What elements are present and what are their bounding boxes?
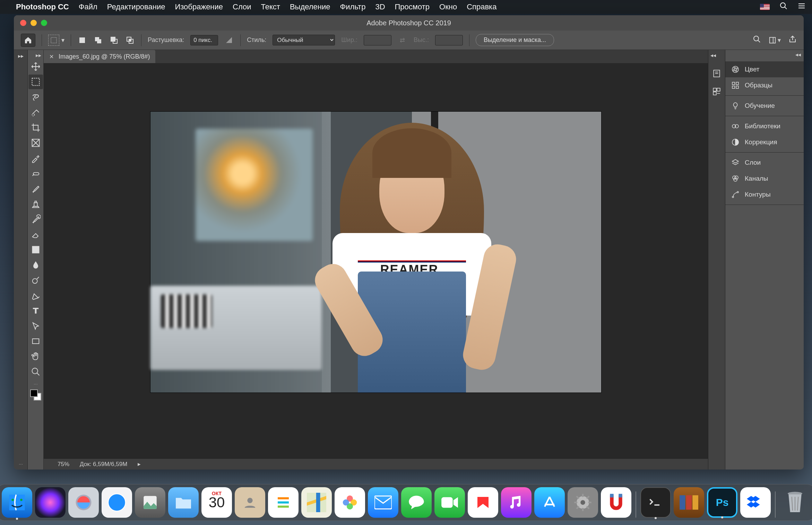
brush-tool[interactable] bbox=[28, 181, 43, 196]
dock-settings[interactable] bbox=[568, 487, 598, 518]
select-and-mask-button[interactable]: Выделение и маска... bbox=[476, 34, 554, 46]
dock-mail[interactable] bbox=[368, 487, 398, 518]
path-select-tool[interactable] bbox=[28, 319, 43, 333]
collapse-panels-arrow-icon[interactable]: ◂◂ bbox=[793, 50, 804, 59]
move-tool[interactable] bbox=[28, 59, 43, 74]
menu-help[interactable]: Справка bbox=[467, 2, 496, 11]
history-brush-tool[interactable] bbox=[28, 212, 43, 226]
panel-libraries[interactable]: Библиотеки bbox=[725, 118, 804, 134]
zoom-level[interactable]: 75% bbox=[58, 461, 69, 468]
lasso-tool[interactable] bbox=[28, 90, 43, 104]
intersect-selection-icon[interactable] bbox=[125, 35, 135, 45]
panel-swatches[interactable]: Образцы bbox=[725, 77, 804, 93]
dock-appstore[interactable] bbox=[534, 487, 565, 518]
menu-view[interactable]: Просмотр bbox=[395, 2, 430, 11]
dock-books[interactable] bbox=[674, 487, 704, 518]
dock-terminal[interactable] bbox=[640, 487, 671, 518]
dock-facetime[interactable] bbox=[434, 487, 465, 518]
quick-select-tool[interactable] bbox=[28, 105, 43, 120]
dock-reminders[interactable] bbox=[268, 487, 299, 518]
control-center-icon[interactable] bbox=[797, 2, 806, 12]
menu-file[interactable]: Файл bbox=[79, 2, 97, 11]
dock-safari[interactable] bbox=[102, 487, 132, 518]
feather-input[interactable] bbox=[190, 35, 218, 45]
dock-contacts[interactable] bbox=[235, 487, 265, 518]
dock-photoshop[interactable]: Ps bbox=[707, 487, 737, 518]
home-button[interactable] bbox=[21, 34, 35, 47]
menu-layers[interactable]: Слои bbox=[233, 2, 251, 11]
style-select[interactable]: Обычный bbox=[273, 35, 335, 45]
workspace-switcher[interactable]: ▾ bbox=[769, 36, 781, 44]
doc-info[interactable]: Док: 6,59M/6,59M bbox=[80, 461, 127, 468]
type-tool[interactable] bbox=[28, 303, 43, 318]
dock-messages[interactable] bbox=[401, 487, 432, 518]
menu-select[interactable]: Выделение bbox=[290, 2, 330, 11]
history-panel-icon[interactable] bbox=[711, 68, 723, 79]
color-swatches[interactable] bbox=[30, 389, 41, 401]
menu-window[interactable]: Окно bbox=[439, 2, 457, 11]
panel-learn[interactable]: Обучение bbox=[725, 98, 804, 114]
menu-type[interactable]: Текст bbox=[261, 2, 280, 11]
dock-trash[interactable] bbox=[780, 487, 810, 518]
app-menu[interactable]: Photoshop CC bbox=[16, 2, 69, 11]
frame-tool[interactable] bbox=[28, 136, 43, 150]
dock-photos[interactable] bbox=[335, 487, 365, 518]
dock-preview[interactable] bbox=[135, 487, 165, 518]
panel-color[interactable]: Цвет bbox=[725, 61, 804, 77]
blur-tool[interactable] bbox=[28, 258, 43, 272]
document-tab[interactable]: ✕ Images_60.jpg @ 75% (RGB/8#) bbox=[44, 50, 155, 63]
dodge-tool[interactable] bbox=[28, 273, 43, 287]
edit-toolbar-icon[interactable]: ⋯ bbox=[34, 382, 38, 387]
menu-edit[interactable]: Редактирование bbox=[107, 2, 165, 11]
expand-arrow-icon[interactable]: ▸▸ bbox=[18, 53, 24, 59]
panel-channels[interactable]: Каналы bbox=[725, 171, 804, 187]
add-selection-icon[interactable] bbox=[93, 35, 103, 45]
tools-more-icon[interactable]: ⋯ bbox=[19, 462, 23, 467]
input-language-flag-icon[interactable] bbox=[760, 4, 770, 10]
eraser-tool[interactable] bbox=[28, 227, 43, 242]
dock-music[interactable] bbox=[501, 487, 532, 518]
dock-maps[interactable] bbox=[301, 487, 332, 518]
healing-brush-tool[interactable] bbox=[28, 166, 43, 181]
panel-adjustments[interactable]: Коррекция bbox=[725, 134, 804, 150]
clone-stamp-tool[interactable] bbox=[28, 197, 43, 211]
dock-calendar[interactable]: ОКТ30 bbox=[201, 487, 232, 518]
dock-magnet[interactable] bbox=[601, 487, 631, 518]
menu-3d[interactable]: 3D bbox=[375, 2, 385, 11]
tool-preset-picker[interactable]: ▾ bbox=[48, 35, 64, 46]
status-menu-icon[interactable]: ▸ bbox=[138, 461, 141, 468]
new-selection-icon[interactable] bbox=[77, 35, 87, 45]
zoom-tool[interactable] bbox=[28, 364, 43, 379]
canvas[interactable] bbox=[150, 112, 601, 393]
share-icon[interactable] bbox=[788, 35, 797, 45]
canvas-viewport[interactable] bbox=[44, 63, 708, 458]
window-zoom-button[interactable] bbox=[41, 20, 47, 26]
spotlight-icon[interactable] bbox=[779, 2, 788, 12]
panel-layers[interactable]: Слои bbox=[725, 155, 804, 171]
expand-panel-arrow-icon[interactable]: ◂◂ bbox=[708, 52, 716, 59]
crop-tool[interactable] bbox=[28, 120, 43, 135]
search-icon[interactable] bbox=[753, 35, 761, 45]
dock-folder[interactable] bbox=[168, 487, 199, 518]
menu-image[interactable]: Изображение bbox=[175, 2, 223, 11]
hand-tool[interactable] bbox=[28, 349, 43, 364]
eyedropper-tool[interactable] bbox=[28, 151, 43, 165]
window-minimize-button[interactable] bbox=[31, 20, 37, 26]
collapse-arrow-icon[interactable]: ▸▸ bbox=[36, 52, 43, 59]
dock-news[interactable] bbox=[468, 487, 498, 518]
window-close-button[interactable] bbox=[20, 20, 26, 26]
panel-paths[interactable]: Контуры bbox=[725, 187, 804, 203]
subtract-selection-icon[interactable] bbox=[109, 35, 119, 45]
pen-tool[interactable] bbox=[28, 288, 43, 303]
dock-finder[interactable] bbox=[2, 487, 32, 518]
dock-launchpad[interactable] bbox=[68, 487, 99, 518]
dock-dropbox[interactable] bbox=[740, 487, 771, 518]
properties-panel-icon[interactable] bbox=[711, 86, 723, 97]
dock-siri[interactable] bbox=[35, 487, 66, 518]
gradient-tool[interactable] bbox=[28, 242, 43, 257]
window-titlebar[interactable]: Adobe Photoshop CC 2019 bbox=[14, 15, 804, 31]
menu-filter[interactable]: Фильтр bbox=[340, 2, 366, 11]
marquee-tool[interactable] bbox=[28, 75, 43, 89]
close-tab-icon[interactable]: ✕ bbox=[49, 53, 54, 60]
rectangle-tool[interactable] bbox=[28, 334, 43, 348]
